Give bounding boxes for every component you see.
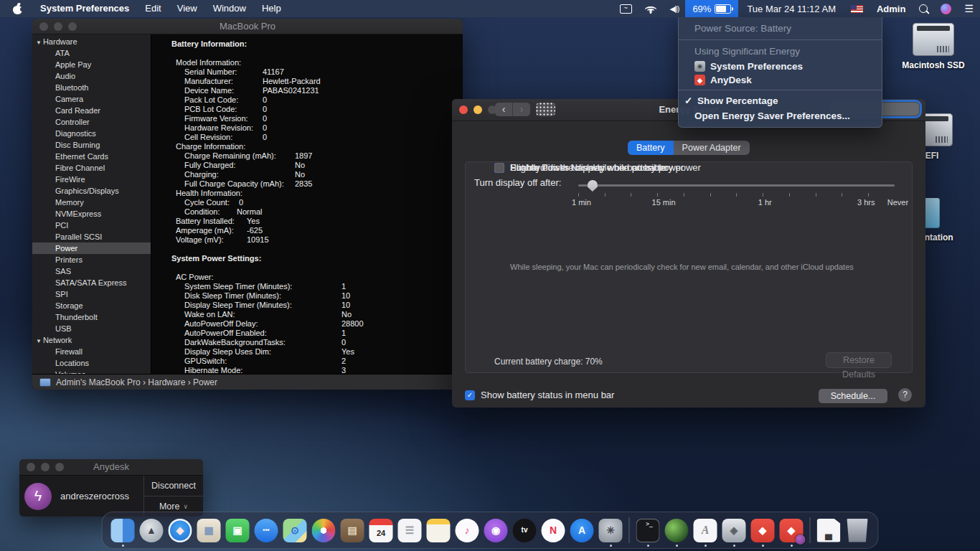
- sidebar-item[interactable]: Apple Pay: [32, 59, 151, 70]
- sidebar-item[interactable]: Diagnostics: [32, 128, 151, 139]
- maps[interactable]: ⊙: [283, 519, 307, 542]
- checkbox-row[interactable]: Enable Power Nap while on battery power: [494, 162, 684, 173]
- terminal[interactable]: >_: [636, 519, 660, 542]
- disclosure-triangle-icon[interactable]: ▼: [36, 338, 42, 344]
- schedule-button[interactable]: Schedule...: [819, 389, 887, 403]
- anydesk-session[interactable]: ◆: [780, 519, 804, 542]
- menu-bar-clock[interactable]: Tue Mar 24 11:12 AM: [738, 4, 844, 14]
- show-battery-status-row[interactable]: ✓ Show battery status in menu bar: [465, 390, 614, 400]
- close-button[interactable]: [39, 22, 48, 31]
- launchpad[interactable]: ▲: [140, 519, 164, 542]
- spotlight-search-icon[interactable]: [913, 0, 934, 17]
- sidebar-item[interactable]: Camera: [32, 93, 151, 105]
- traffic-lights[interactable]: [27, 463, 64, 471]
- forward-button[interactable]: ›: [513, 103, 530, 116]
- sidebar-item[interactable]: Card Reader: [32, 105, 151, 116]
- mail[interactable]: ▦: [197, 519, 221, 542]
- zoom-button[interactable]: [68, 22, 77, 31]
- minimize-button[interactable]: [473, 105, 482, 114]
- anydesk-status-icon[interactable]: ~: [613, 0, 639, 17]
- sidebar-item[interactable]: Firewall: [32, 346, 151, 357]
- show-all-grid-icon[interactable]: [536, 103, 555, 116]
- sidebar-item[interactable]: Fibre Channel: [32, 162, 151, 174]
- sidebar-item[interactable]: Controller: [32, 116, 151, 128]
- battery-menu-extra[interactable]: 69%: [685, 0, 738, 17]
- messages[interactable]: •••: [255, 519, 278, 542]
- restore-defaults-button[interactable]: Restore Defaults: [826, 352, 892, 368]
- textedit[interactable]: A: [694, 519, 717, 542]
- system-preferences[interactable]: ✳: [599, 519, 623, 542]
- open-energy-saver-item[interactable]: Open Energy Saver Preferences...: [679, 108, 882, 124]
- finder[interactable]: [111, 519, 135, 542]
- sidebar-item[interactable]: Ethernet Cards: [32, 151, 151, 162]
- window-titlebar[interactable]: Anydesk: [19, 459, 203, 476]
- sidebar-item[interactable]: Power: [32, 242, 151, 254]
- sidebar-item[interactable]: Storage: [32, 300, 151, 311]
- safari[interactable]: ◆: [169, 519, 192, 542]
- sidebar-item[interactable]: FireWire: [32, 174, 151, 185]
- help-button[interactable]: ?: [898, 388, 912, 402]
- menu-item[interactable]: View: [169, 0, 205, 17]
- music[interactable]: ♪: [456, 519, 479, 542]
- sidebar-item[interactable]: SAS: [32, 265, 151, 277]
- sidebar-item[interactable]: ▼Network: [32, 334, 151, 346]
- sidebar-item[interactable]: SATA/SATA Express: [32, 277, 151, 288]
- clamp-tool-app[interactable]: ◈: [722, 519, 746, 542]
- energy-app-item[interactable]: ✳ System Preferences: [679, 60, 882, 73]
- sidebar-item[interactable]: USB: [32, 323, 151, 334]
- contacts[interactable]: ▤: [341, 519, 364, 542]
- tab[interactable]: Power Adapter: [674, 141, 750, 155]
- sidebar-item[interactable]: ATA: [32, 47, 151, 59]
- traffic-lights[interactable]: [39, 22, 77, 31]
- close-button[interactable]: [459, 105, 468, 114]
- zoom-button[interactable]: [55, 463, 64, 471]
- wifi-icon[interactable]: [639, 0, 664, 17]
- sidebar-item[interactable]: Thunderbolt: [32, 311, 151, 323]
- sidebar-item[interactable]: SPI: [32, 288, 151, 300]
- menu-item[interactable]: Help: [254, 0, 289, 17]
- reminders[interactable]: ☰: [398, 519, 422, 542]
- trash[interactable]: [846, 519, 870, 542]
- sidebar-item[interactable]: Disc Burning: [32, 139, 151, 151]
- input-language-flag-icon[interactable]: [844, 0, 870, 17]
- sidebar-item[interactable]: Bluetooth: [32, 82, 151, 93]
- photos[interactable]: [312, 519, 336, 542]
- siri-icon[interactable]: [934, 0, 958, 17]
- slider-thumb[interactable]: [588, 180, 598, 192]
- green-globe-app[interactable]: [665, 519, 689, 542]
- energy-app-item[interactable]: ◆ AnyDesk: [679, 73, 882, 87]
- apple-menu-icon[interactable]: [13, 4, 22, 14]
- sidebar-item[interactable]: Memory: [32, 197, 151, 208]
- facetime[interactable]: ▣: [226, 519, 250, 542]
- slider-track[interactable]: [578, 184, 895, 187]
- tv[interactable]: tv: [513, 519, 537, 542]
- appstore[interactable]: A: [570, 519, 594, 542]
- sidebar-item[interactable]: NVMExpress: [32, 208, 151, 220]
- calendar[interactable]: 24: [369, 519, 393, 542]
- podcasts[interactable]: ◉: [484, 519, 508, 542]
- minimize-button[interactable]: [54, 22, 62, 31]
- user-menu[interactable]: Admin: [870, 4, 913, 14]
- back-button[interactable]: ‹: [495, 103, 513, 116]
- show-percentage-item[interactable]: ✓ Show Percentage: [679, 93, 882, 108]
- sidebar-item[interactable]: Graphics/Displays: [32, 185, 151, 197]
- checkbox[interactable]: ✓: [465, 390, 475, 400]
- menu-item[interactable]: System Preferences: [32, 0, 137, 17]
- sidebar-item[interactable]: Locations: [32, 357, 151, 369]
- dmg-file[interactable]: ▄: [817, 519, 841, 542]
- minimize-button[interactable]: [41, 463, 50, 471]
- sidebar-item[interactable]: PCI: [32, 220, 151, 231]
- sidebar-item[interactable]: Printers: [32, 254, 151, 265]
- tab[interactable]: Battery: [628, 141, 674, 155]
- sidebar-item[interactable]: Parallel SCSI: [32, 231, 151, 242]
- checkbox[interactable]: [494, 163, 504, 173]
- menu-item[interactable]: Edit: [137, 0, 169, 17]
- separator[interactable]: [629, 517, 630, 543]
- desktop-icon-macintosh-ssd[interactable]: Macintosh SSD: [890, 23, 976, 70]
- anydesk[interactable]: ◆: [751, 519, 775, 542]
- menu-item[interactable]: Window: [205, 0, 254, 17]
- notes[interactable]: [427, 519, 451, 542]
- sidebar-item[interactable]: ▼Hardware: [32, 36, 151, 47]
- window-titlebar[interactable]: MacBook Pro: [32, 19, 463, 34]
- separator[interactable]: [810, 517, 811, 543]
